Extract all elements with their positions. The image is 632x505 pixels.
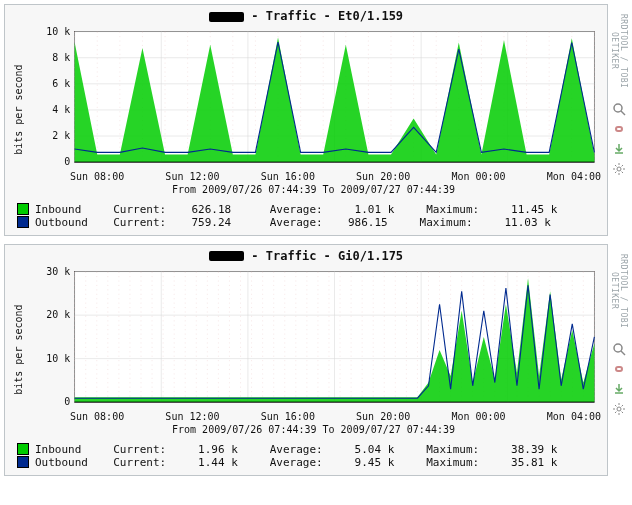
svg-point-46 xyxy=(614,104,622,112)
svg-line-116 xyxy=(621,351,625,355)
x-axis-ticks: Sun 08:00 Sun 12:00 Sun 16:00 Sun 20:00 … xyxy=(70,411,601,422)
download-icon[interactable] xyxy=(612,382,626,396)
inbound-average: 5.04 k xyxy=(355,443,395,456)
traffic-chart-2: - Traffic - Gi0/1.175 bits per second 01… xyxy=(4,244,608,476)
legend-outbound-label: Outbound xyxy=(35,216,88,229)
y-axis-label: bits per second xyxy=(11,265,26,435)
x-axis-ticks: Sun 08:00 Sun 12:00 Sun 16:00 Sun 20:00 … xyxy=(70,171,601,182)
zoom-icon[interactable] xyxy=(612,342,626,356)
svg-point-48 xyxy=(617,167,621,171)
legend-swatch-outbound xyxy=(17,216,29,228)
chart-title: - Traffic - Gi0/1.175 xyxy=(11,249,601,263)
time-range: From 2009/07/26 07:44:39 To 2009/07/27 0… xyxy=(26,424,601,435)
time-range: From 2009/07/26 07:44:39 To 2009/07/27 0… xyxy=(26,184,601,195)
watermark: RRDTOOL / TOBI OETIKER xyxy=(610,246,628,336)
outbound-current: 1.44 k xyxy=(198,456,238,469)
chart-toolbar: RRDTOOL / TOBI OETIKER xyxy=(610,244,628,476)
legend-swatch-inbound xyxy=(17,443,29,455)
svg-line-47 xyxy=(621,111,625,115)
svg-text:0: 0 xyxy=(64,396,70,407)
chart-toolbar: RRDTOOL / TOBI OETIKER xyxy=(610,4,628,236)
y-axis-label: bits per second xyxy=(11,25,26,195)
svg-text:4 k: 4 k xyxy=(52,104,70,115)
zoom-icon[interactable] xyxy=(612,102,626,116)
svg-text:20 k: 20 k xyxy=(46,309,70,320)
legend-inbound-label: Inbound xyxy=(35,443,81,456)
svg-text:30 k: 30 k xyxy=(46,266,70,277)
legend-inbound-label: Inbound xyxy=(35,203,81,216)
legend-swatch-inbound xyxy=(17,203,29,215)
link-icon[interactable] xyxy=(612,362,626,376)
svg-text:10 k: 10 k xyxy=(46,26,70,37)
outbound-maximum: 11.03 k xyxy=(504,216,550,229)
svg-text:6 k: 6 k xyxy=(52,78,70,89)
inbound-current: 1.96 k xyxy=(198,443,238,456)
settings-icon[interactable] xyxy=(612,162,626,176)
inbound-maximum: 11.45 k xyxy=(511,203,557,216)
settings-icon[interactable] xyxy=(612,402,626,416)
svg-text:2 k: 2 k xyxy=(52,130,70,141)
outbound-average: 986.15 xyxy=(348,216,388,229)
legend: Inbound Current: 626.18 Average: 1.01 k … xyxy=(17,203,601,229)
svg-text:0: 0 xyxy=(64,156,70,167)
outbound-maximum: 35.81 k xyxy=(511,456,557,469)
watermark: RRDTOOL / TOBI OETIKER xyxy=(610,6,628,96)
inbound-maximum: 38.39 k xyxy=(511,443,557,456)
outbound-current: 759.24 xyxy=(191,216,231,229)
redacted-host xyxy=(209,251,244,261)
legend-swatch-outbound xyxy=(17,456,29,468)
svg-point-115 xyxy=(614,344,622,352)
svg-text:8 k: 8 k xyxy=(52,52,70,63)
download-icon[interactable] xyxy=(612,142,626,156)
legend: Inbound Current: 1.96 k Average: 5.04 k … xyxy=(17,443,601,469)
legend-outbound-label: Outbound xyxy=(35,456,88,469)
link-icon[interactable] xyxy=(612,122,626,136)
plot-svg: 02 k4 k6 k8 k10 k xyxy=(26,25,601,169)
redacted-host xyxy=(209,12,244,22)
svg-text:10 k: 10 k xyxy=(46,353,70,364)
plot-svg: 010 k20 k30 k xyxy=(26,265,601,409)
chart-title: - Traffic - Et0/1.159 xyxy=(11,9,601,23)
inbound-average: 1.01 k xyxy=(355,203,395,216)
outbound-average: 9.45 k xyxy=(355,456,395,469)
traffic-chart-1: - Traffic - Et0/1.159 bits per second 02… xyxy=(4,4,608,236)
svg-point-117 xyxy=(617,407,621,411)
inbound-current: 626.18 xyxy=(191,203,231,216)
